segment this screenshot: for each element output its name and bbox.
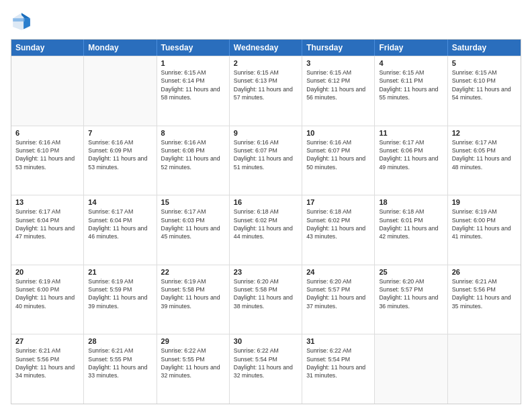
day-info: Sunrise: 6:19 AM Sunset: 5:58 PM Dayligh…	[161, 277, 225, 310]
logo-icon	[11, 11, 32, 32]
calendar-cell: 16Sunrise: 6:18 AM Sunset: 6:02 PM Dayli…	[230, 195, 302, 265]
calendar-row: 27Sunrise: 6:21 AM Sunset: 5:56 PM Dayli…	[11, 334, 521, 404]
day-info: Sunrise: 6:18 AM Sunset: 6:02 PM Dayligh…	[234, 208, 298, 240]
day-number: 8	[161, 129, 225, 137]
day-number: 29	[161, 337, 225, 345]
calendar-cell: 30Sunrise: 6:22 AM Sunset: 5:54 PM Dayli…	[230, 334, 302, 404]
weekday-header: Tuesday	[157, 40, 230, 56]
day-info: Sunrise: 6:15 AM Sunset: 6:12 PM Dayligh…	[306, 68, 370, 101]
logo	[11, 11, 35, 32]
calendar-cell: 5Sunrise: 6:15 AM Sunset: 6:10 PM Daylig…	[448, 56, 521, 126]
calendar-cell: 15Sunrise: 6:17 AM Sunset: 6:03 PM Dayli…	[157, 195, 230, 265]
day-number: 2	[234, 59, 298, 67]
calendar-cell	[375, 334, 447, 404]
weekday-header: Saturday	[448, 40, 521, 56]
day-number: 21	[88, 268, 152, 276]
calendar-cell: 17Sunrise: 6:18 AM Sunset: 6:02 PM Dayli…	[302, 195, 375, 265]
calendar: SundayMondayTuesdayWednesdayThursdayFrid…	[11, 39, 521, 404]
day-info: Sunrise: 6:16 AM Sunset: 6:08 PM Dayligh…	[161, 138, 225, 171]
weekday-header: Wednesday	[230, 40, 302, 56]
day-number: 14	[88, 198, 152, 206]
day-info: Sunrise: 6:21 AM Sunset: 5:56 PM Dayligh…	[15, 347, 79, 379]
day-number: 15	[161, 198, 225, 206]
calendar-cell: 1Sunrise: 6:15 AM Sunset: 6:14 PM Daylig…	[157, 56, 230, 126]
calendar-cell	[448, 334, 521, 404]
calendar-cell: 25Sunrise: 6:20 AM Sunset: 5:57 PM Dayli…	[375, 265, 447, 334]
calendar-cell: 22Sunrise: 6:19 AM Sunset: 5:58 PM Dayli…	[157, 265, 230, 334]
day-number: 16	[234, 198, 298, 206]
day-info: Sunrise: 6:19 AM Sunset: 6:00 PM Dayligh…	[15, 277, 79, 310]
weekday-header: Friday	[375, 40, 447, 56]
calendar-cell: 12Sunrise: 6:17 AM Sunset: 6:05 PM Dayli…	[448, 126, 521, 195]
calendar-cell: 23Sunrise: 6:20 AM Sunset: 5:58 PM Dayli…	[230, 265, 302, 334]
calendar-cell: 9Sunrise: 6:16 AM Sunset: 6:07 PM Daylig…	[230, 126, 302, 195]
day-number: 7	[88, 129, 152, 137]
weekday-header: Sunday	[11, 40, 84, 56]
day-number: 24	[306, 268, 370, 276]
day-number: 9	[234, 129, 298, 137]
day-info: Sunrise: 6:22 AM Sunset: 5:54 PM Dayligh…	[234, 347, 298, 379]
calendar-cell: 11Sunrise: 6:17 AM Sunset: 6:06 PM Dayli…	[375, 126, 447, 195]
day-info: Sunrise: 6:21 AM Sunset: 5:55 PM Dayligh…	[88, 347, 152, 379]
day-info: Sunrise: 6:15 AM Sunset: 6:13 PM Dayligh…	[234, 68, 298, 101]
calendar-cell	[84, 56, 157, 126]
calendar-cell: 7Sunrise: 6:16 AM Sunset: 6:09 PM Daylig…	[84, 126, 157, 195]
calendar-row: 13Sunrise: 6:17 AM Sunset: 6:04 PM Dayli…	[11, 195, 521, 265]
day-info: Sunrise: 6:20 AM Sunset: 5:57 PM Dayligh…	[306, 277, 370, 310]
day-number: 25	[379, 268, 443, 276]
day-number: 26	[452, 268, 517, 276]
calendar-row: 1Sunrise: 6:15 AM Sunset: 6:14 PM Daylig…	[11, 56, 521, 126]
calendar-cell: 26Sunrise: 6:21 AM Sunset: 5:56 PM Dayli…	[448, 265, 521, 334]
weekday-header: Monday	[84, 40, 157, 56]
calendar-cell: 19Sunrise: 6:19 AM Sunset: 6:00 PM Dayli…	[448, 195, 521, 265]
calendar-row: 20Sunrise: 6:19 AM Sunset: 6:00 PM Dayli…	[11, 265, 521, 334]
calendar-cell: 10Sunrise: 6:16 AM Sunset: 6:07 PM Dayli…	[302, 126, 375, 195]
calendar-cell	[11, 56, 84, 126]
header	[11, 11, 521, 32]
calendar-cell: 2Sunrise: 6:15 AM Sunset: 6:13 PM Daylig…	[230, 56, 302, 126]
day-number: 3	[306, 59, 370, 67]
calendar-header: SundayMondayTuesdayWednesdayThursdayFrid…	[11, 40, 521, 56]
day-info: Sunrise: 6:15 AM Sunset: 6:11 PM Dayligh…	[379, 68, 443, 101]
day-number: 4	[379, 59, 443, 67]
calendar-cell: 28Sunrise: 6:21 AM Sunset: 5:55 PM Dayli…	[84, 334, 157, 404]
day-number: 10	[306, 129, 370, 137]
calendar-cell: 6Sunrise: 6:16 AM Sunset: 6:10 PM Daylig…	[11, 126, 84, 195]
day-info: Sunrise: 6:16 AM Sunset: 6:07 PM Dayligh…	[306, 138, 370, 171]
day-info: Sunrise: 6:22 AM Sunset: 5:55 PM Dayligh…	[161, 347, 225, 379]
day-info: Sunrise: 6:17 AM Sunset: 6:04 PM Dayligh…	[15, 208, 79, 240]
day-info: Sunrise: 6:18 AM Sunset: 6:01 PM Dayligh…	[379, 208, 443, 240]
calendar-cell: 18Sunrise: 6:18 AM Sunset: 6:01 PM Dayli…	[375, 195, 447, 265]
calendar-body: 1Sunrise: 6:15 AM Sunset: 6:14 PM Daylig…	[11, 56, 521, 404]
day-info: Sunrise: 6:17 AM Sunset: 6:03 PM Dayligh…	[161, 208, 225, 240]
day-info: Sunrise: 6:20 AM Sunset: 5:57 PM Dayligh…	[379, 277, 443, 310]
day-info: Sunrise: 6:20 AM Sunset: 5:58 PM Dayligh…	[234, 277, 298, 310]
day-number: 30	[234, 337, 298, 345]
day-info: Sunrise: 6:17 AM Sunset: 6:06 PM Dayligh…	[379, 138, 443, 171]
day-number: 6	[15, 129, 79, 137]
day-number: 13	[15, 198, 79, 206]
calendar-cell: 14Sunrise: 6:17 AM Sunset: 6:04 PM Dayli…	[84, 195, 157, 265]
day-info: Sunrise: 6:17 AM Sunset: 6:04 PM Dayligh…	[88, 208, 152, 240]
day-info: Sunrise: 6:16 AM Sunset: 6:07 PM Dayligh…	[234, 138, 298, 171]
day-info: Sunrise: 6:18 AM Sunset: 6:02 PM Dayligh…	[306, 208, 370, 240]
day-info: Sunrise: 6:15 AM Sunset: 6:10 PM Dayligh…	[452, 68, 517, 101]
day-number: 19	[452, 198, 517, 206]
calendar-cell: 21Sunrise: 6:19 AM Sunset: 5:59 PM Dayli…	[84, 265, 157, 334]
day-info: Sunrise: 6:17 AM Sunset: 6:05 PM Dayligh…	[452, 138, 517, 171]
day-number: 31	[306, 337, 370, 345]
day-info: Sunrise: 6:19 AM Sunset: 6:00 PM Dayligh…	[452, 208, 517, 240]
day-info: Sunrise: 6:21 AM Sunset: 5:56 PM Dayligh…	[452, 277, 517, 310]
day-number: 17	[306, 198, 370, 206]
calendar-cell: 3Sunrise: 6:15 AM Sunset: 6:12 PM Daylig…	[302, 56, 375, 126]
day-number: 5	[452, 59, 517, 67]
day-info: Sunrise: 6:16 AM Sunset: 6:09 PM Dayligh…	[88, 138, 152, 171]
calendar-cell: 4Sunrise: 6:15 AM Sunset: 6:11 PM Daylig…	[375, 56, 447, 126]
svg-marker-4	[13, 18, 25, 21]
day-info: Sunrise: 6:19 AM Sunset: 5:59 PM Dayligh…	[88, 277, 152, 310]
calendar-cell: 13Sunrise: 6:17 AM Sunset: 6:04 PM Dayli…	[11, 195, 84, 265]
calendar-cell: 29Sunrise: 6:22 AM Sunset: 5:55 PM Dayli…	[157, 334, 230, 404]
day-number: 18	[379, 198, 443, 206]
calendar-cell: 31Sunrise: 6:22 AM Sunset: 5:54 PM Dayli…	[302, 334, 375, 404]
calendar-row: 6Sunrise: 6:16 AM Sunset: 6:10 PM Daylig…	[11, 126, 521, 195]
